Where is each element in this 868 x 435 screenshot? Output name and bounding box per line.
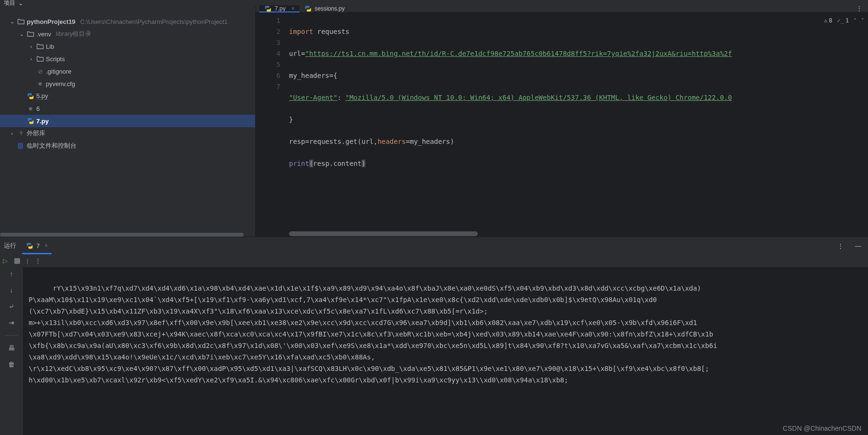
tree-label: 外部库 [27, 129, 45, 138]
run-gutter: ↑ ↓ ⤶ ⇥ 🖶 🗑 [0, 267, 23, 435]
code-token: : [337, 94, 345, 101]
run-tab-label: 7 [36, 242, 40, 250]
line-gutter: 1 2 3 4 5 6 7 [256, 12, 289, 231]
code-token: requests [313, 28, 350, 35]
trash-icon[interactable]: 🗑 [8, 360, 15, 368]
close-icon[interactable]: × [291, 5, 295, 12]
code-token: =my_headers) [406, 138, 454, 145]
more-icon[interactable]: ⋮ [35, 257, 41, 264]
tree-label: Lib [46, 43, 54, 50]
tree-file-5[interactable]: 5.py [0, 90, 255, 102]
project-tree[interactable]: ⌄ pythonProject19 C:\Users\Chinachen\Pyc… [0, 6, 255, 233]
sidebar-scrollbar[interactable] [0, 233, 255, 237]
tree-label: .gitignore [46, 68, 71, 75]
ok-count: 1 [846, 15, 849, 26]
tree-venv[interactable]: ⌄ .venv library根目录 [0, 28, 255, 40]
run-toolbar: ▷ | ⋮ [0, 254, 868, 267]
more-icon[interactable]: ⋮ [835, 242, 847, 250]
line-number: 3 [256, 37, 280, 48]
warning-icon: ⚠ [824, 15, 827, 26]
code-editor[interactable]: 1 2 3 4 5 6 7 import requests url="https… [256, 12, 868, 231]
tree-pyvenv[interactable]: pyvenv.cfg [0, 77, 255, 90]
tree-label: .venv [36, 31, 51, 38]
tree-label: 临时文件和控制台 [27, 141, 76, 150]
chevron-right-icon[interactable]: › [28, 44, 34, 49]
code-content[interactable]: import requests url="https://ts1.cn.mm.b… [289, 12, 868, 231]
tabs-menu-icon[interactable]: ⋮ [850, 5, 868, 12]
tree-path: C:\Users\Chinachen\PycharmProjects\pytho… [80, 18, 228, 25]
tree-label: 7.py [36, 118, 49, 125]
tree-lib[interactable]: › Lib [0, 40, 255, 53]
editor-pane: 7.py × sessions.py ⋮ 1 2 3 4 5 6 7 [256, 6, 868, 237]
text-file-icon [27, 105, 34, 112]
tree-gitignore[interactable]: .gitignore [0, 65, 255, 77]
close-icon[interactable]: × [44, 242, 48, 249]
tab-7-py[interactable]: 7.py × [259, 5, 300, 12]
line-number: 1 [256, 15, 280, 26]
code-token: resp=requests.get(url, [289, 138, 377, 145]
tree-root[interactable]: ⌄ pythonProject19 C:\Users\Chinachen\Pyc… [0, 15, 255, 28]
inspection-badges: ⚠ 8 ✓̲ 1 ˄ ˅ [824, 15, 864, 26]
ignore-icon [36, 67, 44, 75]
rerun-icon[interactable]: ▷ [3, 257, 8, 264]
editor-tabs: 7.py × sessions.py ⋮ [256, 6, 868, 12]
chevron-down-icon[interactable]: ⌄ [9, 19, 15, 25]
config-icon [36, 80, 44, 87]
tree-label: pythonProject19 [27, 18, 75, 25]
tree-label: 6 [36, 105, 40, 112]
run-tab[interactable]: 7 × [22, 237, 52, 254]
code-token: url= [289, 50, 305, 57]
code-token: my_headers={ [289, 72, 337, 79]
soft-wrap-icon[interactable]: ⤶ [9, 303, 14, 310]
tree-hint: library根目录 [56, 30, 91, 38]
line-number: 7 [256, 81, 280, 92]
code-token: "User-Agent" [289, 94, 337, 101]
line-number: 6 [256, 70, 280, 81]
code-token: ) [362, 160, 365, 167]
tree-external-libs[interactable]: › 外部库 [0, 127, 255, 140]
tree-label: pyvenv.cfg [46, 80, 75, 87]
code-token: headers [377, 138, 406, 145]
scroll-to-end-icon[interactable]: ⇥ [9, 319, 14, 326]
up-arrow-icon[interactable]: ↑ [10, 270, 13, 278]
tree-label: 5.py [36, 92, 48, 100]
tree-file-7[interactable]: 7.py [0, 115, 255, 127]
library-icon [17, 130, 25, 137]
chevron-down-icon[interactable]: ˅ [861, 15, 864, 26]
editor-scrollbar[interactable] [256, 231, 868, 237]
python-icon [304, 5, 312, 12]
tree-file-6[interactable]: 6 [0, 102, 255, 115]
run-title: 运行 [4, 241, 16, 250]
chevron-right-icon[interactable]: › [28, 56, 34, 62]
line-number: 5 [256, 59, 280, 70]
down-arrow-icon[interactable]: ↓ [10, 286, 13, 294]
tab-label: 7.py [275, 5, 286, 12]
chevron-down-icon[interactable]: ⌄ [18, 31, 25, 37]
console-output[interactable]: rY\x15\x93n1\xf7q\xd7\xd4\xd4\xd6\x1a\x9… [23, 267, 868, 435]
python-icon [27, 117, 34, 125]
tree-scripts[interactable]: › Scripts [0, 53, 255, 65]
warnings-badge[interactable]: ⚠ 8 [824, 15, 832, 26]
python-icon [26, 242, 33, 250]
tree-scratches[interactable]: 临时文件和控制台 [0, 140, 255, 152]
code-token: } [289, 116, 293, 123]
project-sidebar: ⌄ pythonProject19 C:\Users\Chinachen\Pyc… [0, 6, 256, 237]
folder-icon [36, 43, 44, 50]
chevron-up-icon[interactable]: ˄ [854, 15, 857, 26]
code-token: import [289, 28, 313, 35]
chevron-right-icon[interactable]: › [9, 130, 15, 136]
folder-icon [36, 55, 44, 63]
scratch-icon [17, 142, 25, 150]
minimize-icon[interactable]: — [852, 242, 864, 250]
check-icon: ✓̲ [837, 15, 844, 26]
tab-sessions-py[interactable]: sessions.py [300, 5, 350, 12]
weak-warnings-badge[interactable]: ✓̲ 1 [837, 15, 849, 26]
code-token: resp.content [313, 160, 362, 167]
console-text: rY\x15\x93n1\xf7q\xd7\xd4\xd4\xd6\x1a\x9… [29, 284, 717, 384]
tab-label: sessions.py [315, 5, 345, 12]
stop-icon[interactable] [14, 258, 20, 264]
run-tool-window: 运行 7 × ⋮ — ▷ | ⋮ ↑ ↓ ⤶ ⇥ 🖶 🗑 rY\x15\x93n… [0, 237, 868, 435]
code-token: "Mozilla/5.0 (Windows NT 10.0; Win64; x6… [345, 94, 732, 101]
line-number: 2 [256, 26, 280, 37]
print-icon[interactable]: 🖶 [8, 344, 15, 352]
